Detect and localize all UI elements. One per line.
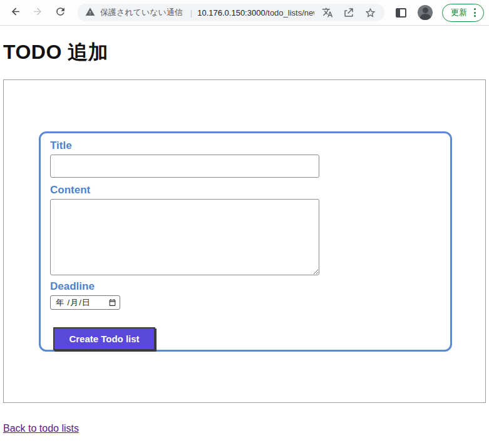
reload-icon [54, 6, 66, 20]
side-panel-icon [396, 8, 406, 18]
url-host: 10.176.0.150:3000 [197, 8, 265, 18]
profile-button[interactable] [416, 3, 435, 22]
url-path: /todo_lists/new [265, 8, 315, 18]
share-icon[interactable] [341, 4, 357, 21]
three-dot-menu-icon [471, 7, 478, 18]
translate-icon[interactable] [319, 4, 336, 21]
date-placeholder-text: 年 /月/日 [56, 297, 108, 308]
content-label: Content [50, 184, 441, 196]
page-content: TODO 追加 Title Content Deadline 年 /月/日 Cr… [0, 39, 489, 434]
side-panel-button[interactable] [391, 3, 411, 23]
deadline-date-input[interactable]: 年 /月/日 [50, 295, 120, 310]
title-input[interactable] [50, 155, 319, 178]
content-textarea[interactable] [50, 199, 319, 275]
page-title: TODO 追加 [3, 39, 486, 66]
back-to-todo-lists-link[interactable]: Back to todo lists [3, 423, 79, 434]
create-todo-button[interactable]: Create Todo list [53, 327, 155, 350]
bookmark-star-icon[interactable] [362, 4, 378, 21]
reload-button[interactable] [50, 3, 70, 23]
back-icon [9, 6, 21, 20]
update-label: 更新 [451, 7, 467, 18]
security-status-text[interactable]: 保護されていない通信 [100, 7, 183, 18]
chrome-update-menu-button[interactable]: 更新 [442, 4, 484, 22]
back-button[interactable] [5, 3, 25, 23]
deadline-label: Deadline [50, 280, 441, 293]
address-bar[interactable]: 保護されていない通信 | 10.176.0.150:3000/todo_list… [78, 4, 384, 21]
profile-avatar-icon [418, 5, 433, 20]
url-text[interactable]: 10.176.0.150:3000/todo_lists/new [197, 8, 314, 18]
omnibox-separator: | [190, 8, 192, 18]
title-label: Title [50, 140, 441, 152]
not-secure-warning-icon[interactable] [85, 7, 95, 19]
todo-form: Title Content Deadline 年 /月/日 Create Tod… [39, 131, 452, 352]
browser-toolbar: 保護されていない通信 | 10.176.0.150:3000/todo_list… [0, 0, 489, 26]
form-outer-container: Title Content Deadline 年 /月/日 Create Tod… [3, 79, 486, 403]
forward-button[interactable] [28, 3, 48, 23]
calendar-icon[interactable] [108, 298, 116, 307]
forward-icon [32, 6, 44, 20]
